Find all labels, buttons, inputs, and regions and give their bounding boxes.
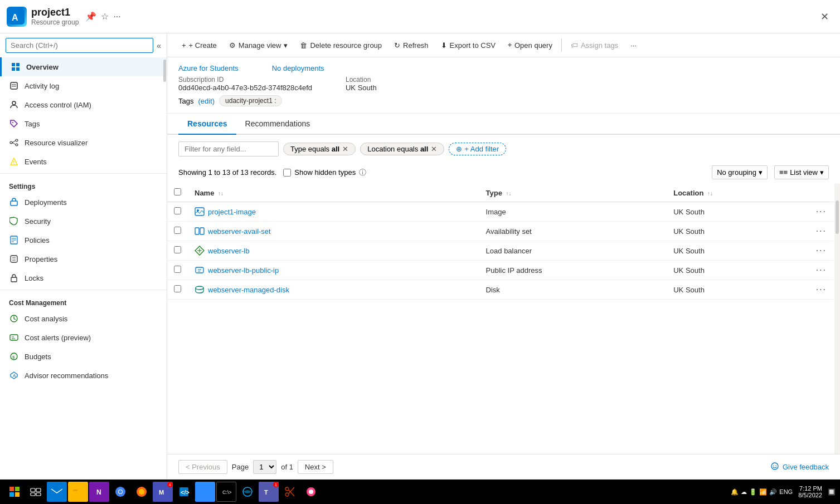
more-icon[interactable]: ··· xyxy=(113,12,120,22)
vpn-taskbar-icon[interactable] xyxy=(237,482,258,502)
resource-link[interactable]: project1-image xyxy=(195,207,473,217)
cloud-icon[interactable]: ☁ xyxy=(741,488,747,496)
battery-icon[interactable]: 🔋 xyxy=(749,488,757,496)
terminal-taskbar-icon[interactable]: C:\> xyxy=(216,482,236,502)
row-checkbox-cell[interactable] xyxy=(167,202,188,222)
row-checkbox[interactable] xyxy=(174,207,181,214)
sidebar-item-deployments[interactable]: Deployments xyxy=(0,193,167,212)
type-filter-chip[interactable]: Type equals all ✕ xyxy=(283,143,356,155)
row-checkbox-cell[interactable] xyxy=(167,280,188,300)
volume-icon[interactable]: 🔊 xyxy=(769,488,777,496)
sidebar-item-properties[interactable]: Properties xyxy=(0,249,167,268)
previous-button[interactable]: < Previous xyxy=(178,460,227,474)
sidebar-item-resource-visualizer[interactable]: Resource visualizer xyxy=(0,133,167,152)
resource-link[interactable]: webserver-lb xyxy=(195,246,473,256)
assign-tags-button[interactable]: 🏷 Assign tags xyxy=(565,38,624,52)
row-checkbox[interactable] xyxy=(174,227,181,234)
row-actions-cell[interactable]: ··· xyxy=(809,280,833,300)
create-button[interactable]: + + Create xyxy=(176,38,222,52)
sidebar-item-advisor-recommendations[interactable]: A Advisor recommendations xyxy=(0,366,167,385)
notification-icon[interactable]: 🔔 xyxy=(731,488,739,496)
paint-taskbar-icon[interactable] xyxy=(301,482,321,502)
scissors-taskbar-icon[interactable] xyxy=(280,482,300,502)
svg-text:A: A xyxy=(13,373,16,378)
refresh-button[interactable]: ↻ Refresh xyxy=(389,38,434,52)
sidebar-item-activity-log[interactable]: Activity log xyxy=(0,76,167,95)
wifi-icon[interactable]: 📶 xyxy=(759,488,767,496)
row-more-icon[interactable]: ··· xyxy=(816,246,827,255)
row-actions-cell[interactable]: ··· xyxy=(809,202,833,222)
sidebar-item-budgets[interactable]: $ Budgets xyxy=(0,347,167,366)
zoom-taskbar-icon[interactable] xyxy=(195,482,215,502)
show-hidden-label[interactable]: Show hidden types ⓘ xyxy=(283,168,366,178)
firefox-taskbar-icon[interactable] xyxy=(132,482,152,502)
row-checkbox[interactable] xyxy=(174,266,181,273)
sidebar-item-security[interactable]: Security xyxy=(0,212,167,231)
row-more-icon[interactable]: ··· xyxy=(816,207,827,216)
page-select[interactable]: 1 xyxy=(253,460,276,474)
teams2-taskbar-icon[interactable]: T 1 xyxy=(259,482,279,502)
row-checkbox-cell[interactable] xyxy=(167,261,188,280)
sidebar-item-tags[interactable]: Tags xyxy=(0,114,167,133)
row-checkbox[interactable] xyxy=(174,285,181,292)
pin-icon[interactable]: 📌 xyxy=(85,11,96,22)
resource-link[interactable]: webserver-managed-disk xyxy=(195,285,473,295)
type-header[interactable]: Type ↑↓ xyxy=(479,184,667,202)
sidebar-item-overview[interactable]: Overview xyxy=(0,57,167,76)
azure-for-students-link[interactable]: Azure for Students xyxy=(178,64,239,72)
outlook-taskbar-icon[interactable] xyxy=(47,482,67,502)
show-hidden-checkbox[interactable] xyxy=(283,169,291,177)
task-view-button[interactable] xyxy=(26,482,46,502)
row-checkbox-cell[interactable] xyxy=(167,241,188,261)
close-button[interactable]: ✕ xyxy=(816,8,833,25)
sidebar-item-access-control[interactable]: Access control (IAM) xyxy=(0,95,167,114)
location-header[interactable]: Location ↑↓ xyxy=(667,184,809,202)
row-checkbox-cell[interactable] xyxy=(167,222,188,241)
tab-recommendations[interactable]: Recommendations xyxy=(236,114,319,135)
no-deployments-link[interactable]: No deployments xyxy=(272,64,324,72)
add-filter-button[interactable]: ⊕ + Add filter xyxy=(449,143,506,155)
teams-taskbar-icon[interactable]: M 4 xyxy=(153,482,173,502)
next-button[interactable]: Next > xyxy=(298,460,333,474)
tab-resources[interactable]: Resources xyxy=(178,114,236,135)
give-feedback-button[interactable]: Give feedback xyxy=(770,462,829,472)
sidebar-item-events[interactable]: Events xyxy=(0,152,167,171)
onenote-taskbar-icon[interactable]: N xyxy=(89,482,109,502)
sidebar-item-cost-alerts[interactable]: Cost alerts (preview) xyxy=(0,328,167,347)
open-query-button[interactable]: ⌖ Open query xyxy=(502,38,558,52)
explorer-taskbar-icon[interactable] xyxy=(68,482,88,502)
list-view-dropdown[interactable]: ≡≡ List view ▾ xyxy=(774,165,829,179)
taskbar-clock[interactable]: 7:12 PM 8/5/2022 xyxy=(795,485,826,498)
export-csv-button[interactable]: ⬇ Export to CSV xyxy=(435,38,501,52)
row-checkbox[interactable] xyxy=(174,246,181,253)
tags-edit-link[interactable]: (edit) xyxy=(198,97,215,105)
grouping-dropdown[interactable]: No grouping ▾ xyxy=(712,165,768,179)
row-more-icon[interactable]: ··· xyxy=(816,226,827,236)
type-filter-close-icon[interactable]: ✕ xyxy=(342,145,348,153)
toolbar-more-button[interactable]: ··· xyxy=(625,38,642,52)
name-header[interactable]: Name ↑↓ xyxy=(188,184,479,202)
chrome-taskbar-icon[interactable] xyxy=(110,482,130,502)
delete-button[interactable]: 🗑 Delete resource group xyxy=(294,38,387,52)
select-all-checkbox[interactable] xyxy=(174,188,181,195)
search-input[interactable] xyxy=(6,38,153,53)
location-filter-close-icon[interactable]: ✕ xyxy=(431,145,437,153)
row-more-icon[interactable]: ··· xyxy=(816,285,827,294)
sidebar-item-policies[interactable]: Policies xyxy=(0,231,167,249)
start-button[interactable] xyxy=(4,482,25,502)
row-actions-cell[interactable]: ··· xyxy=(809,261,833,280)
row-more-icon[interactable]: ··· xyxy=(816,265,827,275)
star-icon[interactable]: ☆ xyxy=(101,11,109,22)
row-actions-cell[interactable]: ··· xyxy=(809,241,833,261)
filter-input[interactable] xyxy=(178,141,279,156)
manage-view-button[interactable]: ⚙ Manage view ▾ xyxy=(224,38,294,52)
select-all-header[interactable] xyxy=(167,184,188,202)
sidebar-item-locks[interactable]: Locks xyxy=(0,268,167,287)
row-actions-cell[interactable]: ··· xyxy=(809,222,833,241)
resource-link[interactable]: webserver-avail-set xyxy=(195,226,473,236)
location-filter-chip[interactable]: Location equals all ✕ xyxy=(360,143,444,155)
vscode-taskbar-icon[interactable]: </> xyxy=(174,482,194,502)
sidebar-item-cost-analysis[interactable]: Cost analysis xyxy=(0,309,167,328)
collapse-icon[interactable]: « xyxy=(157,41,161,50)
resource-link[interactable]: webserver-lb-public-ip xyxy=(195,265,473,275)
